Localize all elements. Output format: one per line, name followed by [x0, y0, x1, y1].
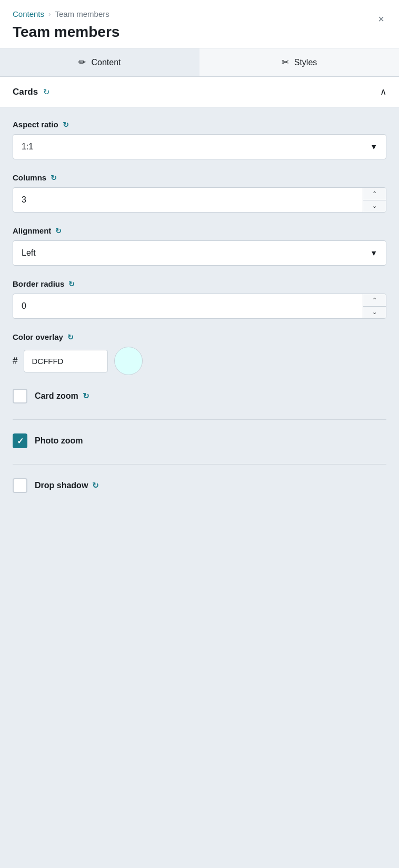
drop-shadow-checkbox[interactable]	[13, 478, 27, 493]
columns-refresh-icon[interactable]: ↻	[51, 174, 57, 182]
photo-zoom-label: Photo zoom	[35, 436, 83, 446]
columns-group: Columns ↻ ⌃ ⌄	[13, 173, 386, 213]
columns-increment-button[interactable]: ⌃	[363, 188, 386, 200]
color-overlay-refresh-icon[interactable]: ↻	[67, 333, 74, 341]
photo-zoom-checkbox[interactable]	[13, 433, 27, 448]
card-zoom-label: Card zoom ↻	[35, 391, 89, 401]
tab-content[interactable]: ✏ Content	[0, 48, 200, 76]
tab-content-label: Content	[91, 58, 121, 67]
alignment-group: Alignment ↻ Left ▼	[13, 226, 386, 266]
section-collapse-icon[interactable]: ∧	[380, 86, 386, 97]
header: Contents › Team members × Team members	[0, 0, 399, 48]
drop-shadow-group: Drop shadow ↻	[13, 478, 386, 493]
divider-1	[13, 419, 386, 420]
border-radius-increment-button[interactable]: ⌃	[363, 294, 386, 307]
columns-decrement-button[interactable]: ⌄	[363, 200, 386, 213]
pencil-icon: ✏	[78, 57, 86, 68]
border-radius-decrement-button[interactable]: ⌄	[363, 307, 386, 319]
border-radius-group: Border radius ↻ ⌃ ⌄	[13, 279, 386, 319]
drop-shadow-label: Drop shadow ↻	[35, 481, 99, 490]
alignment-value: Left	[22, 248, 36, 258]
color-overlay-label: Color overlay ↻	[13, 332, 386, 341]
alignment-label: Alignment ↻	[13, 226, 386, 235]
border-radius-spinner: ⌃ ⌄	[13, 294, 386, 319]
color-overlay-group: Color overlay ↻ #	[13, 332, 386, 375]
photo-zoom-group: Photo zoom	[13, 433, 386, 448]
section-title-row: Cards ↻	[13, 87, 50, 97]
aspect-ratio-value: 1:1	[22, 142, 33, 152]
border-radius-refresh-icon[interactable]: ↻	[68, 280, 75, 288]
section-title: Cards	[13, 87, 38, 97]
card-zoom-group: Card zoom ↻	[13, 389, 386, 403]
breadcrumb-separator: ›	[48, 10, 51, 18]
breadcrumb-parent[interactable]: Contents	[13, 9, 44, 18]
columns-label: Columns ↻	[13, 173, 386, 182]
tab-styles-label: Styles	[294, 58, 317, 67]
aspect-ratio-select[interactable]: 1:1 ▼	[13, 134, 386, 159]
color-field: #	[13, 347, 386, 375]
columns-input[interactable]	[13, 188, 363, 212]
card-zoom-refresh-icon[interactable]: ↻	[83, 391, 89, 401]
divider-2	[13, 464, 386, 465]
content-area: Aspect ratio ↻ 1:1 ▼ Columns ↻ ⌃ ⌄	[0, 107, 399, 868]
panel: Contents › Team members × Team members ✏…	[0, 0, 399, 868]
card-zoom-checkbox[interactable]	[13, 389, 27, 403]
hash-label: #	[13, 356, 17, 366]
alignment-refresh-icon[interactable]: ↻	[55, 227, 62, 235]
alignment-select[interactable]: Left ▼	[13, 240, 386, 266]
close-button[interactable]: ×	[376, 12, 386, 26]
scissors-icon: ✂	[282, 57, 289, 68]
section-header: Cards ↻ ∧	[0, 77, 399, 107]
color-hex-input[interactable]	[24, 350, 108, 372]
columns-spinner: ⌃ ⌄	[13, 187, 386, 213]
border-radius-spinner-buttons: ⌃ ⌄	[363, 294, 386, 318]
aspect-ratio-refresh-icon[interactable]: ↻	[63, 120, 69, 129]
aspect-ratio-label: Aspect ratio ↻	[13, 120, 386, 129]
drop-shadow-refresh-icon[interactable]: ↻	[92, 481, 99, 490]
color-swatch[interactable]	[114, 347, 143, 375]
section-refresh-icon[interactable]: ↻	[43, 87, 50, 97]
tab-styles[interactable]: ✂ Styles	[200, 48, 399, 76]
aspect-ratio-arrow-icon: ▼	[370, 143, 377, 151]
columns-spinner-buttons: ⌃ ⌄	[363, 188, 386, 212]
page-title: Team members	[13, 24, 386, 41]
border-radius-label: Border radius ↻	[13, 279, 386, 288]
border-radius-input[interactable]	[13, 294, 363, 318]
alignment-arrow-icon: ▼	[370, 249, 377, 257]
breadcrumb: Contents › Team members	[13, 9, 386, 18]
breadcrumb-current: Team members	[55, 9, 109, 18]
aspect-ratio-group: Aspect ratio ↻ 1:1 ▼	[13, 120, 386, 159]
tabs-bar: ✏ Content ✂ Styles	[0, 48, 399, 77]
